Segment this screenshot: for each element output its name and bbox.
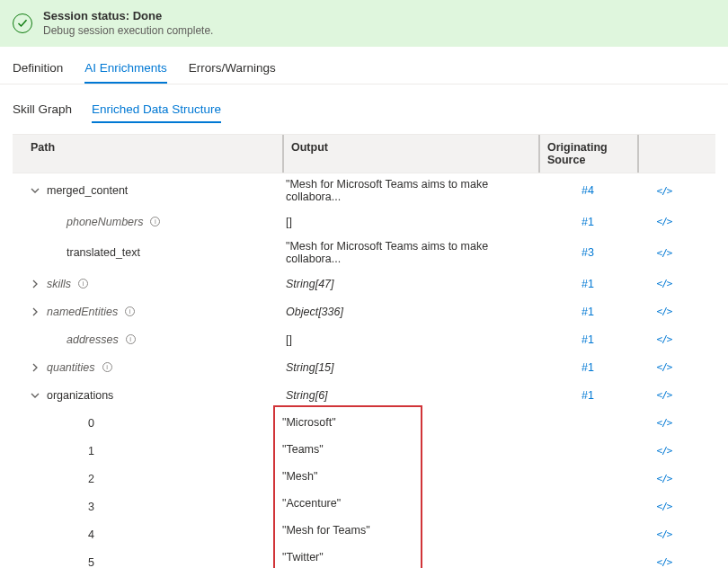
output-value: []	[282, 211, 538, 233]
code-icon[interactable]: </>	[637, 357, 691, 377]
tab-errors-warnings[interactable]: Errors/Warnings	[189, 52, 276, 84]
output-value: "Teams"	[275, 439, 388, 460]
main-tabs: Definition AI Enrichments Errors/Warning…	[0, 52, 728, 84]
table-row: phoneNumbers i [] #1 </>	[13, 208, 715, 235]
col-output: Output	[282, 135, 538, 173]
path-label: quantities	[47, 361, 95, 374]
source-link[interactable]	[538, 530, 637, 539]
chevron-right-icon[interactable]	[29, 361, 41, 374]
info-icon[interactable]: i	[126, 334, 136, 344]
source-link[interactable]	[538, 447, 637, 456]
source-link[interactable]: #1	[538, 211, 637, 233]
code-icon[interactable]: </>	[637, 329, 691, 350]
code-icon[interactable]: </>	[637, 181, 691, 201]
output-value: Object[336]	[282, 301, 538, 323]
status-subtitle: Debug session execution complete.	[43, 24, 213, 39]
col-path: Path	[13, 135, 282, 173]
code-icon[interactable]: </>	[637, 496, 691, 517]
path-index: 1	[88, 445, 94, 457]
chevron-down-icon[interactable]	[29, 184, 41, 197]
chevron-down-icon[interactable]	[29, 389, 41, 402]
code-icon[interactable]: </>	[637, 552, 691, 568]
path-label: namedEntities	[47, 306, 118, 318]
path-label: organizations	[47, 389, 113, 402]
highlight-box: "Microsoft""Teams""Mesh""Accenture""Mesh…	[273, 405, 422, 568]
path-index: 2	[88, 473, 94, 485]
source-link[interactable]: #3	[538, 242, 637, 263]
status-text: Session status: Done Debug session execu…	[43, 9, 213, 38]
col-source: Originating Source	[538, 135, 637, 173]
output-value: "Mesh for Microsoft Teams aims to make c…	[282, 173, 538, 208]
output-value: "Mesh"	[275, 466, 388, 487]
output-value: String[6]	[282, 385, 538, 406]
path-index: 0	[88, 417, 94, 430]
subtab-enriched-data[interactable]: Enriched Data Structure	[92, 97, 221, 123]
table-row: namedEntities i Object[336] #1 </>	[13, 297, 715, 325]
source-link[interactable]	[538, 419, 637, 428]
info-icon[interactable]: i	[150, 217, 160, 226]
source-link[interactable]	[538, 558, 637, 567]
info-icon[interactable]: i	[125, 306, 135, 316]
source-link[interactable]: #1	[538, 329, 637, 351]
chevron-right-icon[interactable]	[29, 306, 41, 318]
path-index: 5	[88, 556, 94, 568]
code-icon[interactable]: </>	[637, 211, 691, 232]
code-icon[interactable]: </>	[637, 385, 691, 405]
code-icon[interactable]: </>	[637, 468, 691, 489]
table-row: merged_content "Mesh for Microsoft Teams…	[13, 173, 715, 208]
table-row: addresses i [] #1 </>	[13, 325, 715, 353]
output-value: []	[282, 329, 538, 351]
output-value: "Twitter"	[275, 546, 388, 568]
sub-tabs: Skill Graph Enriched Data Structure	[0, 84, 728, 123]
source-link[interactable]: #1	[538, 273, 637, 295]
col-actions	[637, 135, 691, 173]
info-icon[interactable]: i	[78, 279, 88, 288]
path-index: 4	[88, 528, 94, 541]
chevron-right-icon[interactable]	[29, 278, 41, 290]
path-index: 3	[88, 501, 94, 513]
code-icon[interactable]: </>	[637, 440, 691, 461]
code-icon[interactable]: </>	[637, 524, 691, 545]
status-bar: Session status: Done Debug session execu…	[0, 0, 728, 47]
table-row: skills i String[47] #1 </>	[13, 270, 715, 297]
check-circle-icon	[13, 13, 32, 33]
path-label: addresses	[67, 333, 119, 346]
path-label: merged_content	[47, 184, 128, 197]
output-value: "Accenture"	[275, 493, 388, 514]
output-value: "Mesh for Microsoft Teams aims to make c…	[282, 235, 538, 270]
output-value: String[15]	[282, 357, 538, 378]
output-value: "Mesh for Teams"	[275, 519, 388, 541]
table-row: quantities i String[15] #1 </>	[13, 353, 715, 381]
path-label: translated_text	[67, 246, 140, 259]
table-row: translated_text "Mesh for Microsoft Team…	[13, 235, 715, 270]
code-icon[interactable]: </>	[637, 413, 691, 433]
path-label: phoneNumbers	[67, 216, 143, 228]
code-icon[interactable]: </>	[637, 273, 691, 294]
output-value: String[47]	[282, 273, 538, 295]
info-icon[interactable]: i	[102, 362, 112, 372]
tab-ai-enrichments[interactable]: AI Enrichments	[84, 52, 167, 84]
source-link[interactable]: #1	[538, 301, 637, 323]
tab-definition[interactable]: Definition	[13, 52, 63, 84]
output-value: "Microsoft"	[275, 412, 388, 433]
data-table: Path Output Originating Source merged_co…	[0, 134, 728, 568]
status-title: Session status: Done	[43, 9, 213, 24]
path-label: skills	[47, 278, 71, 290]
source-link[interactable]: #4	[538, 180, 637, 201]
subtab-skill-graph[interactable]: Skill Graph	[13, 97, 72, 123]
code-icon[interactable]: </>	[637, 301, 691, 322]
source-link[interactable]: #1	[538, 385, 637, 406]
source-link[interactable]: #1	[538, 357, 637, 378]
code-icon[interactable]: </>	[637, 243, 691, 263]
source-link[interactable]	[538, 475, 637, 484]
table-header: Path Output Originating Source	[13, 134, 715, 173]
source-link[interactable]	[538, 502, 637, 511]
